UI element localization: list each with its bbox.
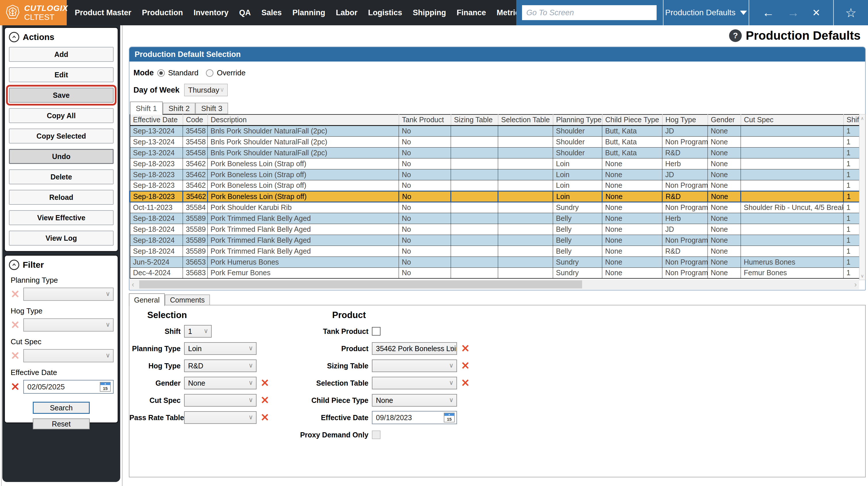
column-header-planning-type[interactable]: Planning Type (553, 115, 602, 125)
menu-item-product-master[interactable]: Product Master (75, 8, 131, 17)
table-row[interactable]: Sep-13-202435458Bnls Pork Shoulder Natur… (130, 136, 860, 147)
clear-filter-icon[interactable]: ✕ (9, 289, 22, 300)
action-save-button[interactable]: Save (9, 88, 114, 103)
clear-field-icon[interactable]: ✕ (461, 378, 470, 388)
calendar-icon[interactable]: 15 (444, 413, 455, 422)
back-arrow-icon[interactable]: ← (762, 7, 774, 19)
selection-table-select[interactable]: ∨ (372, 377, 457, 389)
menu-item-sales[interactable]: Sales (261, 8, 282, 17)
tab-comments[interactable]: Comments (165, 295, 210, 305)
horizontal-scrollbar[interactable]: ‹ › (129, 279, 859, 289)
gender-select[interactable]: None∨ (184, 377, 256, 389)
clear-field-icon[interactable]: ✕ (260, 378, 269, 388)
help-icon[interactable]: ? (729, 29, 742, 42)
table-row[interactable]: Sep-18-202335462Pork Boneless Loin (Stra… (130, 158, 860, 169)
action-view-effective-button[interactable]: View Effective (9, 210, 114, 225)
day-of-week-select[interactable]: Thursday ∨ (184, 84, 228, 96)
menu-item-finance[interactable]: Finance (457, 8, 486, 17)
shift-select[interactable]: 1∨ (184, 325, 212, 338)
action-add-button[interactable]: Add (9, 47, 114, 62)
filter-select-cut-spec[interactable]: ∨ (23, 349, 114, 362)
favorite-star-icon[interactable]: ☆ (845, 5, 857, 20)
clear-filter-icon[interactable]: ✕ (9, 320, 22, 330)
action-copy-selected-button[interactable]: Copy Selected (9, 128, 114, 144)
tab-shift-1[interactable]: Shift 1 (130, 101, 163, 115)
calendar-icon[interactable]: 15 (100, 382, 111, 392)
action-delete-button[interactable]: Delete (9, 170, 114, 184)
go-to-screen-input[interactable] (522, 5, 657, 20)
table-row[interactable]: Sep-13-202435458Bnls Pork Shoulder Natur… (130, 125, 860, 136)
clear-filter-icon[interactable]: ✕ (9, 350, 22, 361)
clear-field-icon[interactable]: ✕ (461, 361, 470, 371)
vertical-scrollbar[interactable]: ∧ ∨ (859, 114, 865, 280)
scrollbar-thumb[interactable] (139, 280, 582, 288)
column-header-sizing-table[interactable]: Sizing Table (451, 115, 498, 125)
column-header-cut-spec[interactable]: Cut Spec (741, 115, 843, 125)
mode-radio-standard[interactable] (157, 69, 165, 77)
menu-item-planning[interactable]: Planning (292, 8, 325, 17)
action-undo-button[interactable]: Undo (9, 149, 114, 164)
table-row[interactable]: Jun-5-202435653Pork Humerus BonesNoSundr… (130, 256, 860, 268)
column-header-description[interactable]: Description (208, 115, 399, 125)
close-icon[interactable]: ✕ (812, 7, 820, 19)
column-header-child-piece-type[interactable]: Child Piece Type (602, 115, 662, 125)
filter-select-planning-type[interactable]: ∨ (23, 287, 114, 301)
product-select[interactable]: 35462 Pork Boneless Loin (S∨ (372, 342, 457, 355)
table-row[interactable]: Sep-13-202435458Bnls Pork Shoulder Natur… (130, 147, 860, 158)
clear-filter-icon[interactable]: ✕ (9, 381, 22, 392)
column-header-selection-table[interactable]: Selection Table (498, 115, 553, 125)
cut-spec-select[interactable]: ∨ (184, 394, 256, 407)
forward-arrow-icon[interactable]: → (787, 7, 799, 19)
menu-item-shipping[interactable]: Shipping (413, 8, 446, 17)
tank-product-checkbox[interactable] (372, 327, 380, 336)
table-row[interactable]: Dec-4-202435683Pork Femur BonesNoSundryN… (130, 268, 860, 278)
action-view-log-button[interactable]: View Log (9, 231, 114, 246)
sizing-table-select[interactable]: ∨ (372, 360, 457, 372)
scroll-up-icon[interactable]: ∧ (861, 116, 864, 121)
table-row-selected[interactable]: Sep-18-202335462Pork Boneless Loin (Stra… (130, 191, 860, 202)
proxy-demand-only-checkbox[interactable] (372, 430, 380, 439)
table-row[interactable]: Sep-18-202435589Pork Trimmed Flank Belly… (130, 224, 860, 235)
column-header-gender[interactable]: Gender (708, 115, 741, 125)
clear-field-icon[interactable]: ✕ (260, 413, 269, 423)
menu-item-qa[interactable]: QA (239, 8, 251, 17)
planning-type-select[interactable]: Loin∨ (184, 342, 256, 355)
tab-shift-2[interactable]: Shift 2 (163, 103, 195, 114)
action-copy-all-button[interactable]: Copy All (9, 108, 114, 123)
scroll-down-icon[interactable]: ∨ (861, 273, 864, 279)
mode-radio-override[interactable] (206, 69, 213, 77)
sidebar-splitter[interactable] (0, 25, 2, 486)
search-button[interactable]: Search (33, 402, 90, 414)
action-edit-button[interactable]: Edit (9, 67, 114, 82)
pass-rate-table-select[interactable]: ∨ (184, 411, 256, 424)
screen-selector[interactable]: Production Defaults (663, 8, 749, 17)
collapse-chevron-icon[interactable] (9, 260, 19, 270)
clear-field-icon[interactable]: ✕ (260, 395, 269, 405)
tab-shift-3[interactable]: Shift 3 (195, 103, 228, 114)
column-header-shift[interactable]: Shift (843, 115, 860, 125)
clear-field-icon[interactable]: ✕ (461, 343, 470, 354)
column-header-tank-product[interactable]: Tank Product (399, 115, 451, 125)
hog-type-select[interactable]: R&D∨ (184, 360, 256, 372)
reset-button[interactable]: Reset (33, 418, 90, 429)
filter-select-hog-type[interactable]: ∨ (23, 318, 114, 332)
menu-item-logistics[interactable]: Logistics (368, 8, 402, 17)
collapse-chevron-icon[interactable] (9, 32, 19, 42)
child-piece-type-select[interactable]: None∨ (372, 394, 457, 407)
menu-item-labor[interactable]: Labor (336, 8, 358, 17)
table-row[interactable]: Sep-18-202335462Pork Boneless Loin (Stra… (130, 169, 860, 180)
menu-item-production[interactable]: Production (142, 8, 183, 17)
column-header-hog-type[interactable]: Hog Type (662, 115, 708, 125)
table-row[interactable]: Sep-18-202335462Pork Boneless Loin (Stra… (130, 180, 860, 191)
table-row[interactable]: Sep-18-202435589Pork Trimmed Flank Belly… (130, 213, 860, 224)
effective-date-input[interactable]: 09/18/202315 (372, 411, 457, 424)
column-header-effective-date[interactable]: Effective Date (130, 115, 183, 125)
table-row[interactable]: Sep-18-202435589Pork Trimmed Flank Belly… (130, 246, 860, 256)
filter-date-effective-date[interactable]: 02/05/202515 (23, 380, 114, 394)
table-row[interactable]: Oct-11-202335584Pork Shoulder Karubi Rib… (130, 202, 860, 213)
tab-general[interactable]: General (129, 293, 165, 306)
scroll-right-icon[interactable]: › (854, 280, 857, 289)
action-reload-button[interactable]: Reload (9, 190, 114, 205)
table-row[interactable]: Sep-18-202435589Pork Trimmed Flank Belly… (130, 235, 860, 246)
scroll-left-icon[interactable]: ‹ (132, 280, 134, 289)
